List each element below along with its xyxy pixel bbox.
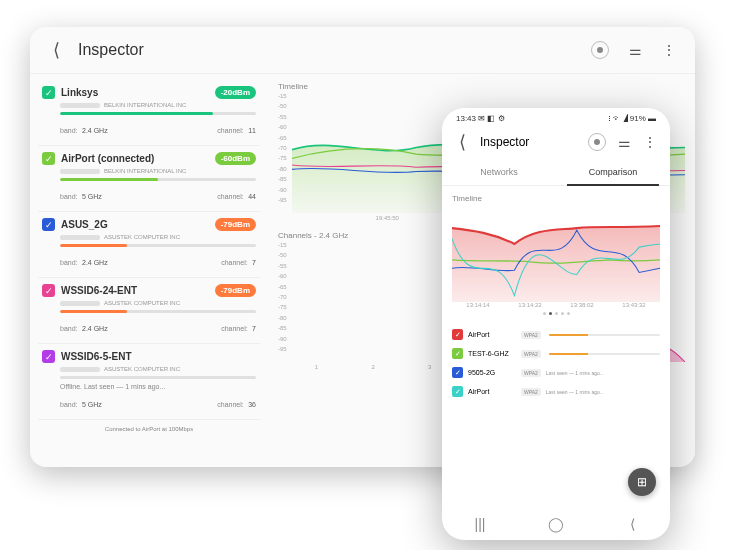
recent-icon[interactable]: |||: [473, 517, 487, 531]
home-icon[interactable]: ◯: [549, 517, 563, 531]
vendor-text: BELKIN INTERNATIONAL INC: [104, 102, 186, 108]
checkbox-icon[interactable]: ✓: [452, 348, 463, 359]
record-button[interactable]: [588, 133, 606, 151]
chart-title: Timeline: [278, 82, 685, 91]
checkbox-icon[interactable]: ✓: [42, 86, 55, 99]
network-item[interactable]: ✓WSSID6-5-ENT ASUSTEK COMPUTER INC Offli…: [38, 344, 260, 420]
pagination-dots[interactable]: [452, 312, 660, 315]
signal-bar: [549, 334, 660, 336]
security-badge: WPA2: [521, 350, 541, 358]
more-icon[interactable]: ⋮: [642, 134, 658, 150]
signal-bar: [60, 112, 256, 115]
network-name: AirPort: [468, 331, 516, 338]
network-name: ASUS_2G: [61, 219, 209, 230]
phone-statusbar: 13:43 ✉ ◧ ⚙ ⋮ ᯤ ◢ 91% ▬: [442, 108, 670, 125]
header-actions: ⚌ ⋮: [591, 41, 677, 59]
security-badge: WPA2: [521, 388, 541, 396]
back-icon[interactable]: ⟨: [625, 517, 639, 531]
phone-frame: 13:43 ✉ ◧ ⚙ ⋮ ᯤ ◢ 91% ▬ ⟨ Inspector ⚌ ⋮ …: [442, 108, 670, 540]
network-name: WSSID6-5-ENT: [61, 351, 256, 362]
back-icon[interactable]: ⟨: [48, 42, 64, 58]
mac-placeholder: [60, 169, 100, 174]
signal-bar: [549, 353, 660, 355]
phone-network-list[interactable]: ✓AirPortWPA2✓TEST-6-GHZWPA2✓9505-2GWPA2L…: [442, 325, 670, 401]
vendor-text: ASUSTEK COMPUTER INC: [104, 234, 180, 240]
list-item[interactable]: ✓9505-2GWPA2Last seen — 1 mins ago...: [452, 363, 660, 382]
mac-placeholder: [60, 301, 100, 306]
checkbox-icon[interactable]: ✓: [42, 350, 55, 363]
network-item[interactable]: ✓ASUS_2G-79dBm ASUSTEK COMPUTER INC band…: [38, 212, 260, 278]
security-badge: WPA2: [521, 369, 541, 377]
signal-badge: -20dBm: [215, 86, 256, 99]
mac-placeholder: [60, 367, 100, 372]
phone-header: ⟨ Inspector ⚌ ⋮: [442, 125, 670, 159]
checkbox-icon[interactable]: ✓: [452, 329, 463, 340]
fab-button[interactable]: ⊞: [628, 468, 656, 496]
signal-bar: [60, 310, 256, 313]
list-item[interactable]: ✓TEST-6-GHZWPA2: [452, 344, 660, 363]
mac-placeholder: [60, 103, 100, 108]
checkbox-icon[interactable]: ✓: [452, 386, 463, 397]
checkbox-icon[interactable]: ✓: [42, 218, 55, 231]
mac-placeholder: [60, 235, 100, 240]
signal-badge: -79dBm: [215, 284, 256, 297]
list-item[interactable]: ✓AirPortWPA2: [452, 325, 660, 344]
signal-bar: [60, 178, 256, 181]
phone-chart-section: Timeline 13:14:1413:14:2213:38:0213:43:3…: [442, 186, 670, 325]
signal-bar: [60, 376, 256, 379]
tablet-header: ⟨ Inspector ⚌ ⋮: [30, 27, 695, 74]
network-item[interactable]: ✓AirPort (connected)-60dBm BELKIN INTERN…: [38, 146, 260, 212]
connection-status: Connected to AirPort at 100Mbps: [38, 420, 260, 438]
vendor-text: BELKIN INTERNATIONAL INC: [104, 168, 186, 174]
network-item[interactable]: ✓Linksys-20dBm BELKIN INTERNATIONAL INC …: [38, 80, 260, 146]
signal-badge: -79dBm: [215, 218, 256, 231]
more-icon[interactable]: ⋮: [661, 42, 677, 58]
tab-comparison[interactable]: Comparison: [556, 159, 670, 185]
offline-text: Offline. Last seen — 1 mins ago...: [42, 383, 256, 390]
network-name: Linksys: [61, 87, 209, 98]
chart-title: Timeline: [452, 194, 660, 203]
page-title: Inspector: [480, 135, 578, 149]
network-name: AirPort: [468, 388, 516, 395]
network-name: TEST-6-GHZ: [468, 350, 516, 357]
phone-chart-canvas: [452, 207, 660, 302]
network-name: 9505-2G: [468, 369, 516, 376]
network-item[interactable]: ✓WSSID6-24-ENT-79dBm ASUSTEK COMPUTER IN…: [38, 278, 260, 344]
network-name: WSSID6-24-ENT: [61, 285, 209, 296]
vendor-text: ASUSTEK COMPUTER INC: [104, 366, 180, 372]
record-button[interactable]: [591, 41, 609, 59]
vendor-text: ASUSTEK COMPUTER INC: [104, 300, 180, 306]
phone-tabs: NetworksComparison: [442, 159, 670, 186]
signal-bar: [60, 244, 256, 247]
page-title: Inspector: [78, 41, 577, 59]
security-badge: WPA2: [521, 331, 541, 339]
phone-navbar: ||| ◯ ⟨: [442, 508, 670, 540]
network-list[interactable]: ✓Linksys-20dBm BELKIN INTERNATIONAL INC …: [30, 74, 268, 466]
list-item[interactable]: ✓AirPortWPA2Last seen — 1 mins ago...: [452, 382, 660, 401]
offline-text: Last seen — 1 mins ago...: [546, 389, 604, 395]
checkbox-icon[interactable]: ✓: [42, 152, 55, 165]
filter-icon[interactable]: ⚌: [616, 134, 632, 150]
checkbox-icon[interactable]: ✓: [452, 367, 463, 378]
filter-icon[interactable]: ⚌: [627, 42, 643, 58]
network-name: AirPort (connected): [61, 153, 209, 164]
checkbox-icon[interactable]: ✓: [42, 284, 55, 297]
tab-networks[interactable]: Networks: [442, 159, 556, 185]
back-icon[interactable]: ⟨: [454, 134, 470, 150]
offline-text: Last seen — 1 mins ago...: [546, 370, 604, 376]
signal-badge: -60dBm: [215, 152, 256, 165]
